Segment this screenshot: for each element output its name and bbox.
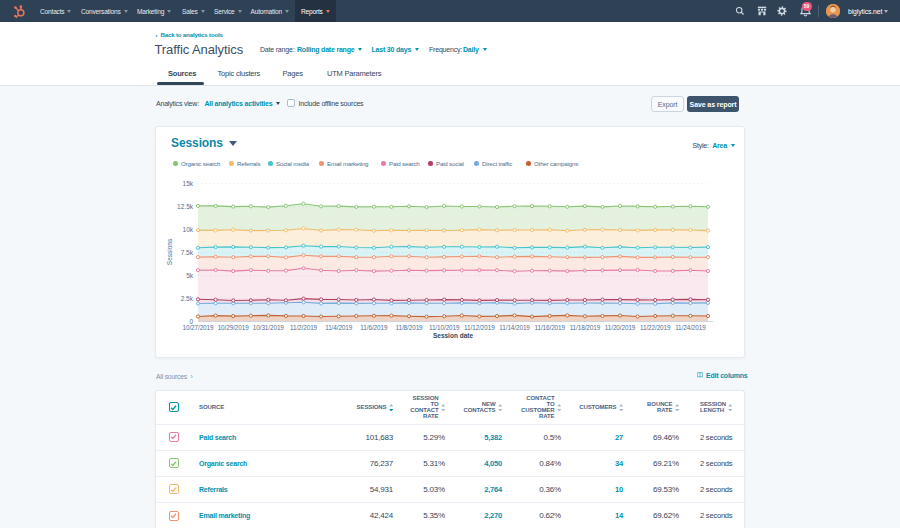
svg-text:15k: 15k bbox=[183, 180, 194, 187]
svg-text:11/18/2019: 11/18/2019 bbox=[570, 324, 601, 331]
svg-text:Session date: Session date bbox=[433, 332, 473, 339]
svg-text:11/8/2019: 11/8/2019 bbox=[395, 324, 423, 331]
svg-text:10/31/2019: 10/31/2019 bbox=[253, 324, 285, 331]
svg-text:11/22/2019: 11/22/2019 bbox=[640, 324, 671, 331]
svg-text:11/16/2019: 11/16/2019 bbox=[534, 324, 565, 331]
svg-text:11/14/2019: 11/14/2019 bbox=[499, 324, 530, 331]
svg-text:12.5k: 12.5k bbox=[177, 203, 194, 210]
svg-text:2.5k: 2.5k bbox=[181, 295, 194, 302]
svg-text:11/10/2019: 11/10/2019 bbox=[429, 324, 460, 331]
svg-text:11/20/2019: 11/20/2019 bbox=[605, 324, 636, 331]
svg-text:5k: 5k bbox=[186, 272, 194, 279]
svg-text:Sessions: Sessions bbox=[166, 238, 173, 265]
svg-text:11/24/2019: 11/24/2019 bbox=[675, 324, 706, 331]
svg-text:11/12/2019: 11/12/2019 bbox=[464, 324, 495, 331]
svg-text:7.5k: 7.5k bbox=[181, 249, 194, 256]
svg-text:10/29/2019: 10/29/2019 bbox=[218, 324, 250, 331]
svg-text:10/27/2019: 10/27/2019 bbox=[183, 324, 215, 331]
svg-text:11/2/2019: 11/2/2019 bbox=[290, 324, 318, 331]
svg-text:11/4/2019: 11/4/2019 bbox=[325, 324, 353, 331]
svg-text:11/6/2019: 11/6/2019 bbox=[360, 324, 388, 331]
svg-text:10k: 10k bbox=[183, 226, 194, 233]
